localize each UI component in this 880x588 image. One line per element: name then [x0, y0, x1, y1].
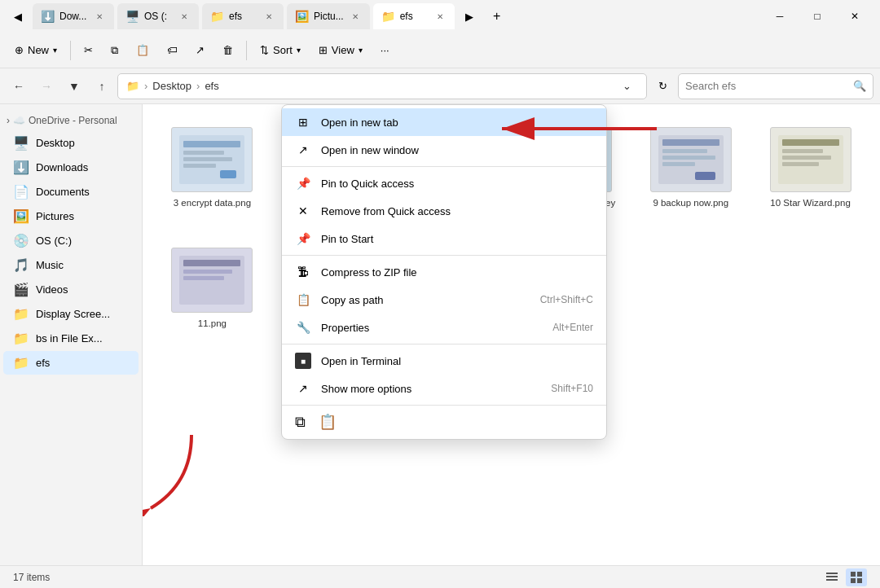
toolbar-sep-1 [70, 41, 71, 60]
svg-rect-1 [183, 141, 240, 147]
file-item-11[interactable]: 11.png [159, 241, 266, 336]
tab-pictures[interactable]: 🖼️ Pictu... ✕ [287, 3, 370, 29]
ctx-show-more[interactable]: ↗ Show more options Shift+F10 [282, 375, 606, 402]
tab-os-close[interactable]: ✕ [178, 10, 191, 23]
sidebar-item-bs[interactable]: 📁 bs in File Ex... [3, 327, 139, 350]
status-bar: 17 items [0, 565, 880, 588]
tab-pictures-close[interactable]: ✕ [349, 10, 362, 23]
ctx-sep-3 [282, 344, 606, 344]
svg-rect-48 [851, 578, 856, 583]
recent-locations-button[interactable]: ▼ [62, 74, 86, 99]
sidebar-item-display[interactable]: 📁 Display Scree... [3, 302, 139, 326]
tab-downloads[interactable]: ⬇️ Dow... ✕ [33, 3, 114, 29]
ctx-pin-quick[interactable]: 📌 Pin to Quick access [282, 169, 606, 197]
ctx-open-new-window[interactable]: ↗ Open in new window [282, 136, 606, 164]
sidebar-item-pictures[interactable]: 🖼️ Pictures [3, 204, 139, 228]
sidebar-item-documents[interactable]: 📄 Documents [3, 180, 139, 204]
copy-button[interactable]: ⧉ [103, 37, 126, 64]
svg-rect-31 [782, 162, 819, 166]
view-toggle [821, 568, 867, 586]
search-box[interactable]: 🔍 [678, 73, 873, 99]
paste-button[interactable]: 📋 [128, 37, 157, 64]
cut-icon: ✂ [84, 44, 93, 56]
ctx-remove-quick-label: Remove from Quick access [321, 205, 593, 217]
forward-button[interactable]: → [34, 74, 59, 99]
back-button[interactable]: ← [7, 74, 31, 99]
file-item-10[interactable]: 10 Star Wizard.png [757, 121, 864, 228]
ctx-open-terminal[interactable]: ■ Open in Terminal [282, 347, 606, 375]
toolbar-sep-2 [246, 41, 247, 60]
sidebar-downloads-label: Downloads [36, 161, 88, 173]
ctx-sep-1 [282, 166, 606, 167]
tab-downloads-close[interactable]: ✕ [93, 10, 106, 23]
tab-next[interactable]: ▶ [458, 3, 481, 29]
delete-button[interactable]: 🗑 [214, 37, 241, 64]
tab-os[interactable]: 🖥️ OS (: ✕ [117, 3, 199, 29]
ctx-copy-icon-2[interactable]: ⧉ [295, 414, 306, 431]
file-item-9[interactable]: 9 backup now.png [637, 121, 744, 228]
view-button[interactable]: ⊞ View ▾ [310, 37, 371, 64]
sidebar-display-label: Display Scree... [36, 308, 110, 320]
ctx-sep-2 [282, 255, 606, 256]
sort-button[interactable]: ⇅ Sort ▾ [252, 37, 309, 64]
ctx-properties[interactable]: 🔧 Properties Alt+Enter [282, 314, 606, 341]
close-button[interactable]: ✕ [836, 3, 873, 29]
ctx-compress-zip[interactable]: 🗜 Compress to ZIP file [282, 258, 606, 286]
tab-efs2[interactable]: 📁 efs ✕ [373, 3, 455, 29]
file-thumb-11 [171, 248, 253, 313]
sidebar-item-videos[interactable]: 🎬 Videos [3, 278, 139, 301]
address-path[interactable]: 📁 › Desktop › efs ⌄ [117, 73, 647, 99]
file-name-3: 3 encrypt data.png [174, 197, 251, 209]
grid-view-button[interactable] [846, 568, 867, 586]
tab-downloads-icon: ⬇️ [41, 10, 55, 23]
tab-efs1-close[interactable]: ✕ [262, 10, 275, 23]
ctx-open-new-tab[interactable]: ⊞ Open in new tab [282, 108, 606, 136]
share-button[interactable]: ↗ [187, 37, 213, 64]
tab-os-icon: 🖥️ [125, 10, 139, 23]
tab-efs1[interactable]: 📁 efs ✕ [202, 3, 284, 29]
sidebar-item-desktop[interactable]: 🖥️ Desktop [3, 131, 139, 155]
address-dropdown-button[interactable]: ⌄ [615, 75, 638, 98]
tab-prev[interactable]: ◀ [7, 3, 29, 29]
ctx-open-new-tab-label: Open in new tab [321, 116, 593, 129]
search-input[interactable] [685, 80, 848, 92]
up-button[interactable]: ↑ [90, 74, 114, 99]
file-name-11: 11.png [198, 318, 227, 330]
cut-button[interactable]: ✂ [76, 37, 101, 64]
svg-rect-23 [662, 149, 707, 153]
new-button[interactable]: ⊕ New ▾ [7, 37, 65, 64]
tab-efs2-close[interactable]: ✕ [433, 10, 447, 23]
onedrive-header[interactable]: › ☁️ OneDrive - Personal [0, 111, 142, 130]
svg-rect-22 [662, 139, 719, 146]
svg-rect-24 [662, 156, 715, 160]
ctx-copy-path[interactable]: 📋 Copy as path Ctrl+Shift+C [282, 286, 606, 314]
ctx-pin-quick-label: Pin to Quick access [321, 178, 593, 190]
sidebar-item-os-c[interactable]: 💿 OS (C:) [3, 229, 139, 252]
svg-rect-45 [826, 579, 838, 581]
content-area: 3 encrypt data.png 4 attribute.png 5 cho… [143, 104, 880, 565]
sidebar-os-c-label: OS (C:) [36, 235, 72, 247]
compress-zip-icon: 🗜 [295, 264, 311, 280]
tab-add-button[interactable]: + [484, 3, 510, 29]
ctx-show-more-label: Show more options [321, 383, 541, 395]
refresh-button[interactable]: ↻ [650, 74, 675, 99]
ctx-paste-icon-2[interactable]: 📋 [319, 413, 337, 431]
path-folder-icon: 📁 [126, 80, 139, 92]
list-view-button[interactable] [821, 568, 843, 586]
rename-button[interactable]: 🏷 [159, 37, 186, 64]
share-icon: ↗ [196, 44, 205, 56]
maximize-button[interactable]: □ [799, 3, 836, 29]
remove-quick-icon: ✕ [295, 203, 311, 219]
ctx-pin-start[interactable]: 📌 Pin to Start [282, 225, 606, 252]
file-item-3[interactable]: 3 encrypt data.png [159, 121, 266, 228]
sidebar-item-music[interactable]: 🎵 Music [3, 253, 139, 277]
new-label: New [28, 44, 49, 56]
file-thumb-10 [770, 127, 851, 192]
more-button[interactable]: ··· [372, 37, 398, 64]
tab-efs2-icon: 📁 [381, 10, 395, 23]
sidebar-item-downloads[interactable]: ⬇️ Downloads [3, 156, 139, 179]
sidebar-item-efs[interactable]: 📁 efs [3, 351, 139, 375]
minimize-button[interactable]: ─ [761, 3, 799, 29]
path-efs: efs [205, 80, 218, 92]
ctx-remove-quick[interactable]: ✕ Remove from Quick access [282, 197, 606, 225]
